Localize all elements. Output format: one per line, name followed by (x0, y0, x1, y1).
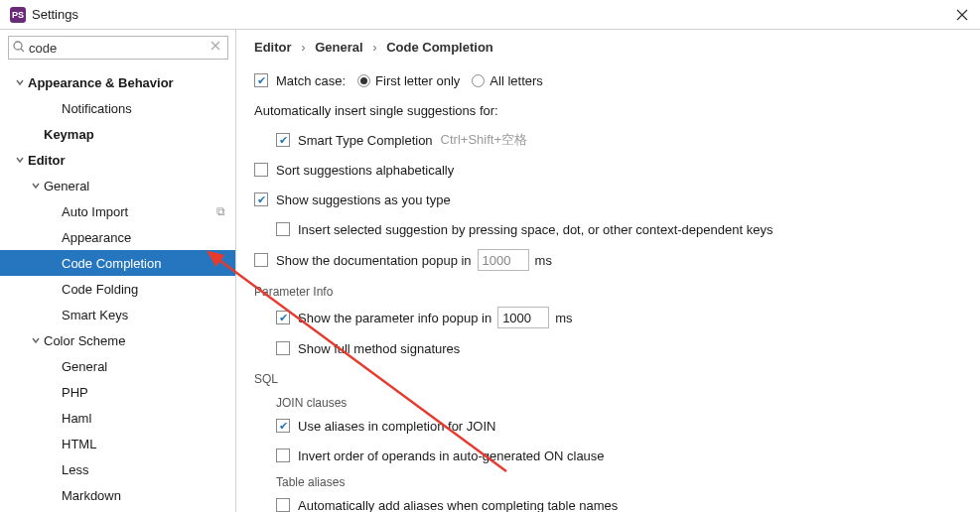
breadcrumb-part: Code Completion (386, 40, 493, 55)
sidebar: Appearance & BehaviorNotificationsKeymap… (0, 30, 236, 512)
settings-tree: Appearance & BehaviorNotificationsKeymap… (0, 65, 235, 512)
search-icon (12, 40, 26, 54)
svg-line-3 (21, 49, 24, 52)
invert-order-check[interactable] (276, 448, 290, 462)
table-aliases-subhead: Table aliases (276, 475, 962, 489)
tree-item-label: General (62, 359, 107, 374)
tree-item-label: Notifications (62, 101, 132, 116)
sidebar-item-code-folding[interactable]: Code Folding (0, 276, 235, 302)
clear-icon[interactable] (210, 40, 223, 54)
tree-item-label: HTML (62, 437, 96, 451)
chevron-right-icon: › (295, 40, 311, 55)
sidebar-item-code-completion[interactable]: Code Completion (0, 250, 235, 276)
use-aliases-label: Use aliases in completion for JOIN (298, 419, 495, 434)
show-full-check[interactable] (276, 341, 290, 355)
app-icon: PS (10, 7, 26, 23)
insert-selected-check[interactable] (276, 222, 290, 236)
tree-item-label: Code Completion (62, 256, 161, 271)
close-icon[interactable] (954, 7, 970, 23)
ms-label: ms (555, 311, 572, 325)
tree-item-label: Appearance (62, 230, 131, 245)
search-field[interactable] (8, 36, 227, 60)
invert-order-label: Invert order of operands in auto-generat… (298, 448, 605, 463)
parameter-info-section: Parameter Info (254, 285, 962, 299)
sidebar-item-html[interactable]: HTML (0, 431, 235, 456)
show-param-label: Show the parameter info popup in (298, 311, 491, 325)
search-input[interactable] (8, 36, 228, 60)
show-doc-check[interactable] (254, 253, 268, 267)
tree-item-label: Auto Import (62, 204, 128, 219)
show-as-type-label: Show suggestions as you type (276, 192, 451, 207)
sidebar-item-color-scheme[interactable]: Color Scheme (0, 327, 235, 353)
sidebar-item-general[interactable]: General (0, 173, 235, 198)
tree-item-label: Less (62, 462, 88, 477)
sidebar-item-appearance-behavior[interactable]: Appearance & Behavior (0, 69, 235, 95)
breadcrumb-part[interactable]: Editor (254, 40, 292, 55)
sidebar-item-less[interactable]: Less (0, 456, 235, 482)
match-case-check[interactable] (254, 73, 268, 87)
first-letter-radio[interactable] (357, 74, 370, 87)
svg-point-2 (14, 42, 22, 50)
sidebar-item-general[interactable]: General (0, 353, 235, 379)
scope-icon: ⧉ (216, 204, 225, 218)
content-pane: Editor › General › Code Completion Match… (236, 30, 980, 512)
chevron-down-icon[interactable] (30, 336, 42, 344)
tree-item-label: Appearance & Behavior (28, 75, 174, 90)
auto-add-aliases-check[interactable] (276, 498, 290, 512)
sort-alpha-check[interactable] (254, 163, 268, 177)
sidebar-item-keymap[interactable]: Keymap (0, 121, 235, 147)
tree-item-label: Keymap (44, 127, 94, 142)
smart-type-check[interactable] (276, 133, 290, 147)
ms-label: ms (535, 253, 552, 268)
use-aliases-check[interactable] (276, 419, 290, 433)
tree-item-label: Color Scheme (44, 333, 125, 348)
sidebar-item-markdown[interactable]: Markdown (0, 482, 235, 508)
all-letters-label: All letters (490, 73, 542, 88)
chevron-right-icon: › (366, 40, 382, 55)
tree-item-label: PHP (62, 385, 88, 400)
show-as-type-check[interactable] (254, 192, 268, 206)
match-case-label: Match case: (276, 73, 346, 88)
sidebar-item-editor[interactable]: Editor (0, 147, 235, 173)
chevron-down-icon[interactable] (30, 182, 42, 190)
show-doc-label: Show the documentation popup in (276, 253, 472, 268)
tree-item-label: Haml (62, 411, 91, 426)
sidebar-item-smarty[interactable]: Smarty (0, 508, 235, 512)
titlebar: PS Settings (0, 0, 980, 30)
auto-insert-label: Automatically insert single suggestions … (254, 103, 498, 118)
sidebar-item-auto-import[interactable]: Auto Import⧉ (0, 198, 235, 224)
tree-item-label: Markdown (62, 488, 121, 503)
breadcrumb-part[interactable]: General (315, 40, 362, 55)
show-param-check[interactable] (276, 311, 290, 324)
breadcrumb: Editor › General › Code Completion (254, 40, 962, 55)
sidebar-item-haml[interactable]: Haml (0, 405, 235, 431)
sidebar-item-notifications[interactable]: Notifications (0, 95, 235, 121)
sidebar-item-smart-keys[interactable]: Smart Keys (0, 302, 235, 327)
param-delay-input[interactable] (497, 307, 549, 328)
show-full-label: Show full method signatures (298, 341, 460, 356)
smart-type-label: Smart Type Completion (298, 133, 433, 148)
smart-type-hint: Ctrl+Shift+空格 (441, 131, 527, 149)
sql-section: SQL (254, 372, 962, 386)
window-title: Settings (32, 7, 78, 22)
tree-item-label: Editor (28, 153, 66, 168)
doc-delay-input[interactable] (478, 249, 529, 271)
sidebar-item-appearance[interactable]: Appearance (0, 224, 235, 250)
sidebar-item-php[interactable]: PHP (0, 379, 235, 405)
tree-item-label: Code Folding (62, 282, 138, 297)
auto-add-aliases-label: Automatically add aliases when completin… (298, 498, 618, 513)
insert-selected-label: Insert selected suggestion by pressing s… (298, 222, 772, 237)
tree-item-label: Smart Keys (62, 308, 128, 322)
join-subhead: JOIN clauses (276, 396, 962, 410)
all-letters-radio[interactable] (472, 74, 485, 87)
first-letter-label: First letter only (375, 73, 460, 88)
chevron-down-icon[interactable] (14, 78, 26, 86)
sort-alpha-label: Sort suggestions alphabetically (276, 163, 454, 178)
chevron-down-icon[interactable] (14, 156, 26, 164)
tree-item-label: General (44, 179, 89, 193)
